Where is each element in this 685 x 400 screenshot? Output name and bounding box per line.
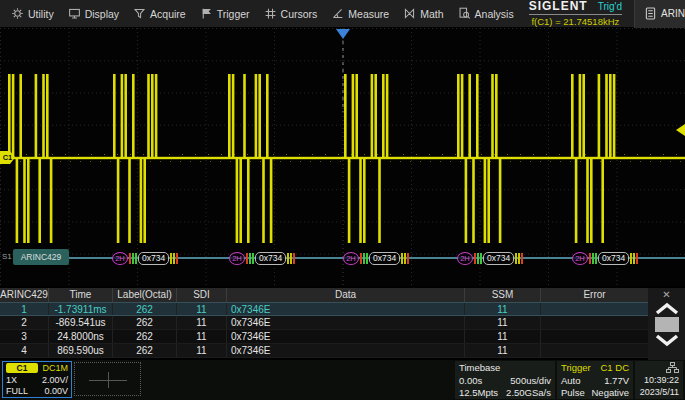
decode-label-badge: 2H	[572, 252, 588, 265]
timebase-scale: 500us/div	[510, 375, 551, 386]
menu-display[interactable]: Display	[65, 5, 122, 22]
trigger-title: Trigger	[561, 362, 591, 373]
menu-acquire-label: Acquire	[150, 8, 186, 20]
menu-math-label: Math	[420, 8, 443, 20]
decode-end-bar	[290, 253, 292, 264]
menu-measure[interactable]: Measure	[328, 5, 392, 22]
trigger-level: 1.77V	[604, 375, 629, 386]
scroll-down-icon[interactable]	[654, 333, 680, 348]
math-icon	[403, 7, 416, 20]
cell-sdi: 11	[176, 316, 226, 329]
menu-utility-label: Utility	[28, 8, 54, 20]
table-row[interactable]: 4 869.590us 262 11 0x7346E 11	[0, 344, 648, 358]
channel1-offset: 0.00V	[44, 386, 68, 396]
decode-end-bar	[515, 253, 517, 264]
flag-icon	[200, 7, 213, 20]
cell-error	[540, 316, 648, 329]
channel1-badge: C1	[6, 363, 38, 373]
cell-ssm: 11	[464, 330, 540, 343]
channel1-panel[interactable]: C1 DC1M 1X 2.00V/ FULL 0.00V	[2, 361, 72, 398]
decode-bus-name[interactable]: ARINC429	[13, 249, 69, 265]
cell-sdi: 11	[176, 344, 226, 357]
cell-error	[540, 344, 648, 357]
decode-frame-marker: 2H 0x734	[343, 250, 409, 266]
cursors-icon	[264, 7, 277, 20]
cell-data: 0x7346E	[226, 330, 464, 343]
decode-label-badge: 2H	[229, 252, 245, 265]
decode-truncation-tick	[360, 253, 362, 264]
decode-label-badge: 2H	[457, 252, 473, 265]
scroll-up-icon[interactable]	[654, 301, 680, 316]
menu-utility[interactable]: Utility	[8, 5, 57, 22]
cell-sdi: 11	[176, 303, 226, 315]
menubar: Utility Display Acquire Trigger Cursors …	[0, 0, 685, 28]
menu-cursors[interactable]: Cursors	[261, 5, 321, 22]
cell-label: 262	[112, 316, 176, 329]
decode-end-bar	[170, 253, 172, 264]
decode-data-box: 0x734	[483, 252, 514, 265]
trigger-slope: Negative	[592, 387, 630, 398]
menu-display-label: Display	[85, 8, 119, 20]
trigger-level-marker[interactable]	[676, 124, 685, 136]
timebase-memory: 12.5Mpts	[459, 387, 498, 398]
trigger-type: Pulse	[561, 387, 585, 398]
arinc429-config-button[interactable]: ARINC429 CONFIG	[634, 0, 685, 28]
trigger-position-marker[interactable]	[336, 29, 350, 39]
col-time: Time	[48, 288, 112, 302]
menu-math[interactable]: Math	[400, 5, 446, 22]
scrollbar-thumb[interactable]	[655, 317, 679, 332]
decode-list-panel: ARINC429 Time Label(Octal) SDI Data SSM …	[0, 286, 685, 360]
trigger-panel[interactable]: Trigger C1 DC Auto 1.77V Pulse Negative	[557, 361, 633, 399]
clock-time: 10:39:22	[644, 375, 679, 386]
decode-start-bar	[480, 253, 482, 264]
clock-panel[interactable]: 10:39:22 2023/5/11	[635, 361, 683, 399]
col-sdi: SDI	[176, 288, 226, 302]
cell-error	[540, 330, 648, 343]
display-icon	[68, 7, 81, 20]
decode-end-bar	[173, 253, 175, 264]
channel1-attenuation: 1X	[6, 375, 17, 385]
logo-block: SIGLENT Trig'd f(C1) = 21.74518kHz	[525, 0, 626, 28]
timebase-title: Timebase	[459, 362, 500, 373]
analysis-magnifier-icon	[458, 7, 471, 20]
decode-end-bar	[630, 253, 632, 264]
channel1-bandwidth: FULL	[6, 386, 28, 396]
timebase-panel[interactable]: Timebase 0.00s 500us/div 12.5Mpts 2.50GS…	[455, 361, 555, 399]
menu-trigger[interactable]: Trigger	[197, 5, 253, 22]
decode-data-box: 0x734	[369, 252, 400, 265]
decode-start-bar	[595, 253, 597, 264]
waveform-display[interactable]: C1 S1 ARINC429 2H 0x734 2H 0x734	[0, 28, 685, 286]
col-data: Data	[226, 288, 464, 302]
table-row[interactable]: 1 -1.73911ms 262 11 0x7346E 11	[0, 302, 648, 316]
menu-measure-label: Measure	[348, 8, 389, 20]
decode-data-box: 0x734	[255, 252, 286, 265]
col-arinc429: ARINC429	[0, 288, 48, 302]
decode-start-bar	[477, 253, 479, 264]
decode-start-bar	[366, 253, 368, 264]
menu-analysis[interactable]: Analysis	[455, 5, 517, 22]
col-ssm: SSM	[464, 288, 540, 302]
table-scrollbar: ✕	[648, 288, 685, 360]
menu-acquire[interactable]: Acquire	[130, 5, 189, 22]
menu-analysis-label: Analysis	[475, 8, 514, 20]
frequency-counter: f(C1) = 21.74518kHz	[531, 16, 619, 28]
cell-ssm: 11	[464, 344, 540, 357]
decode-frame-marker: 2H 0x734	[457, 250, 523, 266]
decode-truncation-tick	[246, 253, 248, 264]
table-row[interactable]: 3 24.8000ns 262 11 0x7346E 11	[0, 330, 648, 344]
channel1-vscale: 2.00V/	[42, 375, 68, 385]
close-icon[interactable]: ✕	[648, 288, 685, 301]
decode-end-bar	[404, 253, 406, 264]
decode-truncation-tick	[176, 253, 178, 264]
decode-start-bar	[132, 253, 134, 264]
oscilloscope-screen: Utility Display Acquire Trigger Cursors …	[0, 0, 685, 400]
add-channel-button[interactable]	[74, 362, 141, 396]
cell-time: 24.8000ns	[48, 330, 112, 343]
plus-icon	[108, 372, 109, 388]
table-row[interactable]: 2 -869.541us 262 11 0x7346E 11	[0, 316, 648, 330]
trigger-source: C1 DC	[600, 362, 629, 373]
decode-label-badge: 2H	[112, 252, 128, 265]
cell-num: 1	[0, 303, 48, 315]
col-label-octal: Label(Octal)	[112, 288, 176, 302]
cell-time: -869.541us	[48, 316, 112, 329]
